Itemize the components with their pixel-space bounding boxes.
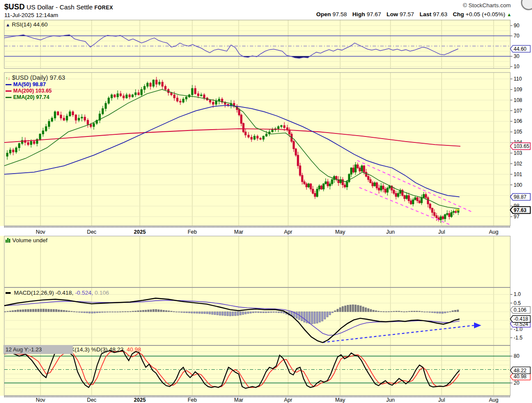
rsi-legend: ▲ RSI(14) 44.60 bbox=[6, 21, 48, 28]
month-label-may: May bbox=[335, 229, 345, 235]
month-label-jul: Jul bbox=[438, 229, 445, 235]
month-label-may: May bbox=[335, 397, 345, 403]
volume-legend-text: Volume undef bbox=[12, 237, 48, 244]
chart-title: $USD US Dollar - Cash Settle FOREX bbox=[4, 3, 113, 12]
month-label-nov: Nov bbox=[36, 397, 45, 403]
month-label-mar: Mar bbox=[234, 229, 243, 235]
copyright: © StockCharts.com bbox=[463, 2, 511, 9]
svg-text:80: 80 bbox=[514, 353, 520, 359]
crosshair-tooltip: 12 Aug Y:-1.23 bbox=[3, 345, 73, 354]
svg-text:110: 110 bbox=[514, 76, 522, 82]
svg-text:-1.5: -1.5 bbox=[514, 335, 523, 341]
ema20-legend: EMA(20) 97.74 bbox=[13, 94, 49, 100]
macd-legend-name: MACD(12,26,9) bbox=[14, 290, 54, 296]
month-label-aug: Aug bbox=[489, 229, 498, 235]
volume-bars-icon bbox=[6, 238, 11, 243]
macd-signal-value: -0.524, bbox=[75, 290, 93, 296]
svg-text:90: 90 bbox=[514, 23, 520, 29]
svg-text:103.65: 103.65 bbox=[514, 143, 529, 149]
svg-text:44.60: 44.60 bbox=[514, 46, 526, 52]
chg-value: +0.05 (+0.05%) bbox=[466, 11, 505, 17]
svg-text:106: 106 bbox=[514, 118, 522, 124]
macd-swatch-icon bbox=[6, 292, 11, 294]
svg-text:48.22: 48.22 bbox=[514, 368, 526, 374]
chg-label: Chg bbox=[453, 11, 464, 17]
svg-text:97.63: 97.63 bbox=[514, 207, 526, 213]
month-label-nov: Nov bbox=[36, 229, 45, 235]
last-label: Last bbox=[419, 11, 431, 17]
macd-legend: MACD(12,26,9) -0.418, -0.524, 0.106 bbox=[6, 290, 109, 296]
macd-value: -0.418, bbox=[55, 290, 73, 296]
month-label-dec: Dec bbox=[87, 397, 96, 403]
month-label-dec: Dec bbox=[87, 229, 96, 235]
date-axis-lower: NovDec2025FebMarAprMayJunJulAug bbox=[0, 396, 532, 403]
low-value: 97.57 bbox=[400, 11, 414, 17]
stockcharts-page: $USD US Dollar - Cash Settle FOREX 11-Ju… bbox=[0, 0, 532, 403]
price-legend: ↑↓ $USD (Daily) 97.63 MA(50) 98.87 MA(20… bbox=[6, 74, 65, 100]
svg-text:20: 20 bbox=[514, 380, 520, 386]
symbol: $USD bbox=[4, 3, 25, 11]
open-label: Open bbox=[316, 11, 331, 17]
chart-datetime: 11-Jul-2025 12:14am bbox=[4, 12, 58, 18]
tick-ruler bbox=[4, 226, 511, 228]
month-label-jun: Jun bbox=[386, 397, 395, 403]
svg-text:40.98: 40.98 bbox=[514, 374, 526, 380]
svg-text:105: 105 bbox=[514, 129, 522, 135]
stoch-d-legend: 40.98 bbox=[127, 346, 141, 353]
tick-ruler bbox=[4, 396, 511, 397]
svg-text:0.106: 0.106 bbox=[514, 307, 526, 313]
high-label: High bbox=[353, 11, 365, 17]
ma50-legend: MA(50) 98.87 bbox=[13, 81, 46, 87]
ema20-swatch-icon bbox=[6, 97, 12, 98]
ohlc-readout: Open 97.58 High 97.67 Low 97.57 Last 97.… bbox=[312, 11, 512, 17]
svg-text:102: 102 bbox=[514, 161, 522, 167]
price-legend-title: $USD (Daily) 97.63 bbox=[12, 74, 65, 81]
month-label-feb: Feb bbox=[188, 229, 197, 235]
month-label-aug: Aug bbox=[489, 397, 498, 403]
volume-legend: Volume undef bbox=[6, 237, 47, 244]
stockcharts-logo-icon bbox=[521, 0, 532, 10]
svg-text:-0.418: -0.418 bbox=[514, 316, 528, 322]
last-value: 97.63 bbox=[433, 11, 448, 17]
svg-text:1.0: 1.0 bbox=[514, 291, 521, 297]
svg-text:97: 97 bbox=[514, 214, 520, 220]
price-panel-canvas: 1101091081071061051041031021011009998971… bbox=[0, 69, 532, 226]
svg-text:70: 70 bbox=[514, 33, 520, 39]
svg-text:98.87: 98.87 bbox=[514, 194, 526, 200]
month-label-jun: Jun bbox=[386, 229, 395, 235]
month-label-mar: Mar bbox=[234, 397, 243, 403]
ma200-swatch-icon bbox=[6, 90, 12, 92]
date-axis-upper: NovDec2025FebMarAprMayJunJulAug bbox=[0, 226, 532, 236]
svg-text:100: 100 bbox=[514, 182, 522, 188]
up-triangle-icon: ▲ bbox=[507, 12, 512, 17]
exchange-label: FOREX bbox=[94, 5, 113, 11]
symbol-name: US Dollar - Cash Settle bbox=[26, 3, 93, 11]
svg-text:107: 107 bbox=[514, 108, 522, 114]
stoch-k-legend: K(14,3) %D(3) 48.22, bbox=[71, 346, 125, 353]
rsi-panel-canvas: 9070301044.60 bbox=[0, 20, 532, 69]
volume-panel-canvas bbox=[0, 236, 532, 287]
svg-text:101: 101 bbox=[514, 171, 522, 177]
svg-text:0.5: 0.5 bbox=[514, 300, 521, 306]
svg-text:103: 103 bbox=[514, 150, 522, 156]
svg-text:109: 109 bbox=[514, 87, 522, 93]
high-value: 97.67 bbox=[367, 11, 381, 17]
open-value: 97.58 bbox=[332, 11, 347, 17]
macd-panel-canvas: 1.00.5-1.0-1.50.106-0.524-0.418 bbox=[0, 287, 532, 345]
stoch-legend: K(14,3) %D(3) 48.22, 40.98 bbox=[71, 346, 141, 353]
stoch-panel-canvas: 802040.9848.22 bbox=[0, 345, 532, 396]
month-label-jul: Jul bbox=[438, 397, 445, 403]
rsi-legend-text: RSI(14) 44.60 bbox=[12, 21, 48, 28]
month-label-2025: 2025 bbox=[134, 229, 146, 235]
rsi-area-icon: ▲ bbox=[6, 22, 10, 27]
month-label-2025: 2025 bbox=[134, 397, 146, 403]
ma50-swatch-icon bbox=[6, 84, 12, 85]
candles-icon: ↑↓ bbox=[6, 75, 10, 81]
svg-text:10: 10 bbox=[514, 64, 520, 69]
svg-text:108: 108 bbox=[514, 97, 522, 103]
macd-hist-value: 0.106 bbox=[95, 290, 109, 296]
svg-text:30: 30 bbox=[514, 53, 520, 59]
month-label-feb: Feb bbox=[188, 397, 197, 403]
month-label-apr: Apr bbox=[284, 397, 292, 403]
ma200-legend: MA(200) 103.65 bbox=[13, 88, 52, 94]
